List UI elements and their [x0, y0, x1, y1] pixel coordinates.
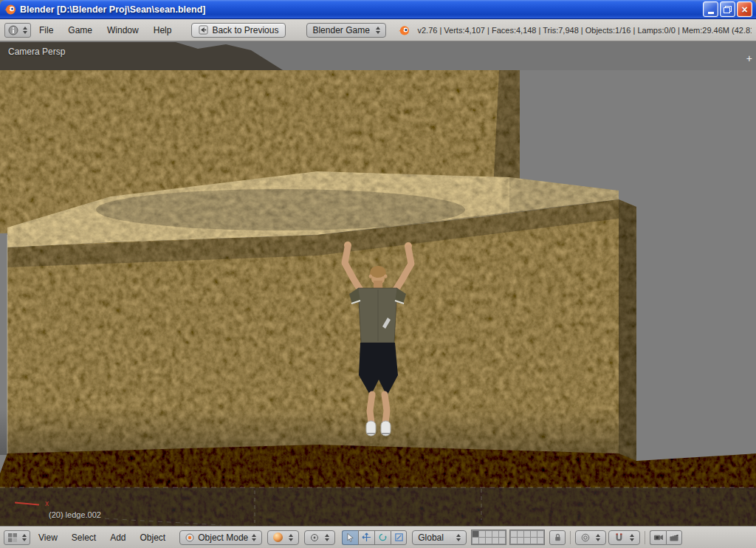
layer-toggle[interactable] — [486, 531, 492, 537]
minimize-icon — [708, 12, 714, 14]
camera-icon — [653, 532, 664, 542]
view3d-header: View Select Add Object Object Mode — [0, 526, 756, 548]
layer-toggle[interactable] — [518, 538, 523, 544]
layer-toggle[interactable] — [472, 538, 478, 544]
scene-statistics: v2.76 | Verts:4,107 | Faces:4,148 | Tris… — [417, 26, 752, 35]
render-still-button[interactable] — [650, 530, 666, 545]
object-mode-icon — [185, 533, 194, 542]
lock-icon — [553, 532, 563, 542]
manipulator-scale-button[interactable] — [391, 530, 407, 545]
lock-to-scene-button[interactable] — [549, 530, 566, 545]
minimize-button[interactable] — [703, 1, 718, 17]
layer-toggle[interactable] — [486, 538, 492, 544]
layer-toggle[interactable] — [511, 538, 517, 544]
layer-toggle[interactable] — [511, 531, 517, 537]
pivot-point-select[interactable] — [304, 530, 335, 545]
layers-group-2 — [509, 530, 545, 545]
mini-axis-widget: x — [15, 498, 49, 510]
layer-toggle[interactable] — [537, 538, 543, 544]
viewport-3d[interactable]: Camera Persp (20) ledge.002 + x — [0, 41, 756, 526]
editor-type-select[interactable] — [4, 23, 31, 38]
back-arrow-icon — [199, 25, 208, 35]
updown-arrows-icon — [252, 534, 256, 541]
menu-add[interactable]: Add — [104, 530, 131, 545]
menu-object[interactable]: Object — [134, 530, 172, 545]
menu-select[interactable]: Select — [66, 530, 102, 545]
view-name-label: Camera Persp — [8, 47, 65, 57]
shading-sphere-icon — [273, 532, 283, 542]
restore-button[interactable] — [720, 1, 735, 17]
orientation-select[interactable]: Global — [412, 530, 467, 545]
layer-toggle[interactable] — [537, 531, 543, 537]
manipulator-translate-button[interactable] — [358, 530, 374, 545]
layer-toggle[interactable] — [479, 531, 485, 537]
clapper-icon — [669, 532, 679, 542]
snap-select[interactable] — [608, 530, 640, 545]
updown-arrows-icon — [325, 534, 329, 541]
outside-camera-bottom[interactable] — [0, 487, 756, 526]
layer-toggle[interactable] — [492, 538, 498, 544]
updown-arrows-icon — [376, 27, 380, 34]
layer-toggle[interactable] — [518, 531, 523, 537]
titlebar[interactable]: Blender [D:\Blender Proj\Sean\sean.blend… — [0, 0, 756, 19]
info-header: File Game Window Help Back to Previous B… — [0, 19, 756, 41]
proportional-edit-select[interactable] — [575, 530, 606, 545]
layer-toggle[interactable] — [499, 538, 505, 544]
scene-render[interactable] — [0, 41, 756, 526]
restore-icon — [724, 6, 732, 13]
blender-app-icon — [4, 3, 16, 16]
manipulator-toggle-button[interactable] — [342, 530, 358, 545]
menu-window[interactable]: Window — [100, 23, 145, 38]
close-button[interactable]: × — [737, 1, 752, 17]
engine-select[interactable]: Blender Game — [306, 23, 386, 38]
updown-arrows-icon — [456, 534, 461, 541]
menu-file[interactable]: File — [32, 23, 60, 38]
menu-help[interactable]: Help — [147, 23, 179, 38]
proportional-edit-icon — [581, 533, 590, 542]
updown-arrows-icon — [596, 534, 600, 541]
active-object-label: (20) ledge.002 — [49, 510, 101, 519]
updown-arrows-icon — [630, 534, 634, 541]
x-axis-label: x — [45, 499, 49, 507]
translate-icon — [362, 532, 371, 542]
menu-game[interactable]: Game — [61, 23, 99, 38]
magnet-icon — [614, 532, 624, 542]
layer-toggle[interactable] — [479, 538, 485, 544]
region-expand-icon[interactable]: + — [746, 53, 752, 64]
back-to-previous-button[interactable]: Back to Previous — [191, 23, 286, 38]
updown-arrows-icon — [23, 27, 27, 34]
render-animation-button[interactable] — [666, 530, 682, 545]
blender-logo-icon — [398, 24, 410, 36]
orientation-select-label: Global — [418, 532, 444, 543]
editor-type-select-3dview[interactable] — [4, 530, 30, 545]
pivot-icon — [310, 533, 319, 542]
back-to-previous-label: Back to Previous — [212, 25, 278, 35]
layers-group-1 — [471, 530, 506, 545]
mode-select[interactable]: Object Mode — [179, 530, 262, 545]
updown-arrows-icon — [289, 534, 293, 541]
layer-toggle[interactable] — [524, 538, 530, 544]
engine-select-label: Blender Game — [312, 25, 369, 35]
layers-widget — [471, 530, 545, 545]
window-title: Blender [D:\Blender Proj\Sean\sean.blend… — [20, 4, 205, 15]
viewport-shading-select[interactable] — [267, 530, 299, 545]
info-icon — [8, 25, 18, 35]
rock-side-face[interactable] — [619, 199, 636, 462]
layer-toggle[interactable] — [531, 538, 537, 544]
updown-arrows-icon — [22, 534, 27, 541]
layer-toggle[interactable] — [531, 531, 537, 537]
x-axis-icon — [15, 502, 39, 506]
manipulator-rotate-button[interactable] — [374, 530, 391, 545]
layer-toggle[interactable] — [499, 531, 505, 537]
layer-toggle[interactable] — [524, 531, 530, 537]
layer-toggle[interactable] — [472, 531, 478, 537]
menu-view[interactable]: View — [32, 530, 63, 545]
mode-select-label: Object Mode — [198, 532, 248, 543]
scale-icon — [394, 532, 404, 542]
layer-toggle[interactable] — [492, 531, 498, 537]
blender-window: Blender [D:\Blender Proj\Sean\sean.blend… — [0, 0, 756, 548]
viewport-grid-icon — [7, 532, 18, 543]
rotate-icon — [378, 532, 388, 542]
close-icon: × — [741, 4, 747, 15]
pointer-icon — [346, 532, 355, 542]
